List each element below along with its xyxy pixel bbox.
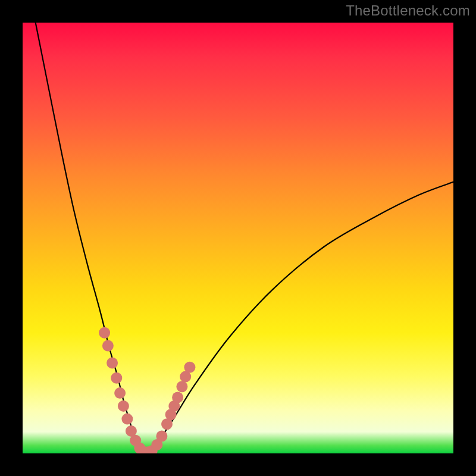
- watermark-text: TheBottleneck.com: [346, 2, 470, 19]
- marker-dot: [118, 400, 129, 412]
- marker-dot: [156, 431, 167, 442]
- marker-dot: [114, 387, 126, 399]
- curve-layer: [23, 23, 453, 453]
- marker-dot: [99, 327, 110, 339]
- marker-dot: [121, 414, 133, 425]
- marker-dot: [176, 381, 187, 392]
- bottleneck-curve: [36, 23, 453, 453]
- marker-dot: [107, 358, 118, 369]
- marker-dot: [111, 372, 122, 384]
- marker-dot: [172, 392, 183, 403]
- plot-area: [23, 23, 453, 453]
- highlighted-points: [99, 327, 195, 453]
- marker-dot: [184, 362, 195, 373]
- chart-frame: TheBottleneck.com: [0, 0, 476, 476]
- marker-dot: [102, 340, 114, 352]
